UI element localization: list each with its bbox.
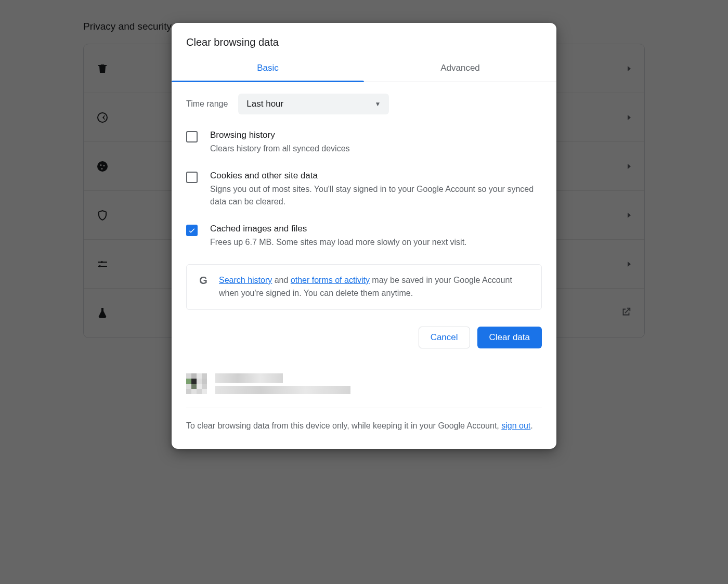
dialog-body: Time range Last hour ▼ Browsing history … [172, 82, 556, 327]
option-title: Browsing history [210, 130, 350, 140]
checkbox-browsing-history[interactable] [186, 131, 198, 142]
info-box: G Search history and other forms of acti… [186, 264, 542, 310]
dialog-actions: Cancel Clear data [172, 327, 556, 363]
dialog-tabs: Basic Advanced [172, 56, 556, 82]
time-range-label: Time range [186, 99, 228, 109]
option-browsing-history: Browsing history Clears history from all… [186, 130, 542, 155]
time-range-row: Time range Last hour ▼ [186, 94, 542, 114]
link-search-history[interactable]: Search history [219, 276, 272, 284]
dialog-title: Clear browsing data [172, 23, 556, 56]
cancel-button[interactable]: Cancel [419, 327, 470, 348]
tab-advanced[interactable]: Advanced [364, 56, 556, 82]
link-sign-out[interactable]: sign out [501, 421, 530, 430]
caret-down-icon: ▼ [374, 100, 381, 108]
clear-browsing-data-dialog: Clear browsing data Basic Advanced Time … [172, 23, 556, 449]
checkbox-cache[interactable] [186, 225, 198, 236]
option-title: Cached images and files [210, 224, 467, 234]
option-desc: Signs you out of most sites. You'll stay… [210, 183, 542, 208]
option-desc: Frees up 6.7 MB. Some sites may load mor… [210, 236, 467, 249]
account-section [172, 363, 556, 398]
google-g-icon: G [197, 274, 210, 287]
clear-data-button[interactable]: Clear data [477, 327, 542, 348]
option-cache: Cached images and files Frees up 6.7 MB.… [186, 224, 542, 249]
option-desc: Clears history from all synced devices [210, 142, 350, 155]
option-cookies: Cookies and other site data Signs you ou… [186, 171, 542, 208]
check-icon [188, 226, 196, 235]
option-title: Cookies and other site data [210, 171, 542, 181]
info-text: Search history and other forms of activi… [219, 274, 531, 300]
pixelated-account-text [215, 373, 542, 394]
pixelated-avatar [186, 373, 207, 394]
checkbox-cookies[interactable] [186, 172, 198, 183]
time-range-value: Last hour [246, 99, 283, 109]
footer-note: To clear browsing data from this device … [172, 408, 556, 449]
tab-basic[interactable]: Basic [172, 56, 364, 82]
time-range-select[interactable]: Last hour ▼ [238, 94, 389, 114]
link-other-activity[interactable]: other forms of activity [291, 276, 370, 284]
